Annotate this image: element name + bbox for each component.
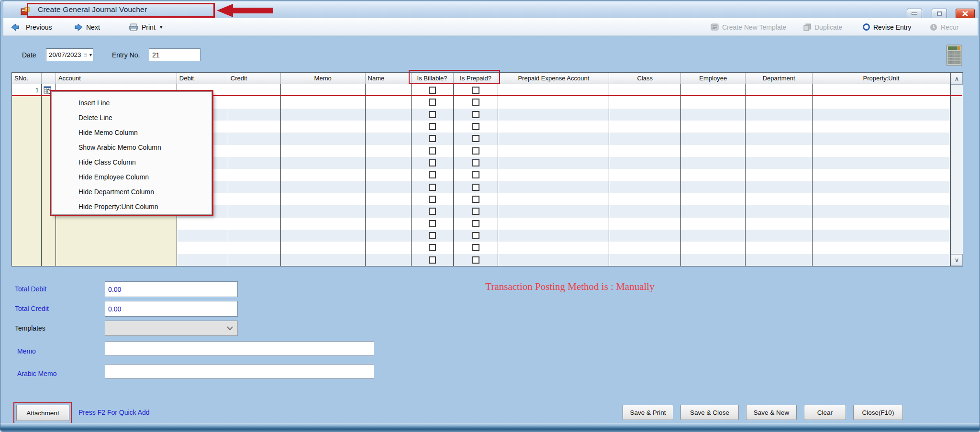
grid-cell[interactable] [12,242,42,254]
is-prepaid-checkbox[interactable] [472,208,479,215]
grid-cell[interactable] [746,230,813,242]
grid-cell[interactable] [366,181,412,193]
grid-cell[interactable] [228,230,281,242]
grid-cell[interactable] [746,121,813,133]
grid-cell[interactable] [12,181,42,193]
grid-cell[interactable] [746,145,813,157]
grid-cell[interactable] [746,133,813,144]
grid-cell[interactable] [12,157,42,169]
grid-cell[interactable] [454,218,499,230]
grid-cell[interactable] [12,218,42,230]
is-billable-checkbox[interactable] [429,123,436,130]
grid-cell[interactable] [746,169,813,181]
attachment-button[interactable]: Attachment [16,405,69,421]
column-header-prepaid-expense-account[interactable]: Prepaid Expense Account [498,73,609,84]
is-prepaid-checkbox[interactable] [472,256,479,264]
grid-cell[interactable] [454,157,499,169]
grid-cell[interactable] [813,84,950,96]
grid-cell[interactable] [42,218,56,230]
grid-cell[interactable] [412,145,454,157]
is-billable-checkbox[interactable] [429,256,436,264]
grid-cell[interactable] [813,96,950,108]
is-billable-checkbox[interactable] [429,135,436,142]
column-header-name[interactable]: Name [366,73,412,84]
grid-row[interactable] [12,242,950,254]
column-header-account[interactable]: Account [56,73,177,84]
grid-cell[interactable] [454,242,499,254]
grid-cell[interactable] [228,157,281,169]
grid-cell[interactable] [454,121,499,133]
grid-cell[interactable] [609,254,681,266]
templates-dropdown[interactable] [105,321,238,336]
grid-cell[interactable] [366,254,412,266]
context-menu-item-hide-class-column[interactable]: Hide Class Column [52,155,212,169]
duplicate-button[interactable]: Duplicate [803,21,842,33]
grid-cell[interactable] [412,84,454,96]
grid-cell[interactable] [813,145,950,157]
grid-cell[interactable] [281,121,366,133]
entry-no-input[interactable] [149,48,200,61]
grid-cell[interactable] [813,193,950,205]
grid-cell[interactable] [12,254,42,266]
grid-cell[interactable] [42,230,56,242]
grid-cell[interactable] [609,230,681,242]
grid-cell[interactable] [454,169,499,181]
is-billable-checkbox[interactable] [429,99,436,106]
grid-cell[interactable] [498,193,609,205]
grid-cell[interactable] [281,242,366,254]
is-prepaid-checkbox[interactable] [472,147,479,155]
grid-cell[interactable] [12,133,42,144]
grid-cell[interactable] [609,181,681,193]
grid-row[interactable] [12,218,950,230]
grid-cell[interactable] [498,84,609,96]
grid-cell[interactable] [228,242,281,254]
grid-cell[interactable] [56,230,177,242]
grid-cell[interactable] [681,218,746,230]
context-menu-item-hide-employee-column[interactable]: Hide Employee Column [52,169,212,184]
grid-cell[interactable] [56,242,177,254]
grid-cell[interactable] [281,96,366,108]
grid-cell[interactable] [813,230,950,242]
grid-cell[interactable] [681,169,746,181]
grid-cell[interactable] [498,121,609,133]
is-prepaid-checkbox[interactable] [472,232,479,239]
grid-cell[interactable] [228,109,281,121]
is-prepaid-checkbox[interactable] [472,123,479,130]
grid-cell[interactable] [813,181,950,193]
grid-cell[interactable] [498,133,609,144]
is-billable-checkbox[interactable] [429,87,436,94]
grid-cell[interactable] [681,242,746,254]
grid-cell[interactable] [746,242,813,254]
grid-cell[interactable] [12,205,42,217]
grid-cell[interactable] [177,254,228,266]
grid-cell[interactable] [228,218,281,230]
grid-cell[interactable] [498,109,609,121]
grid-cell[interactable] [681,157,746,169]
grid-cell[interactable] [366,121,412,133]
grid-cell[interactable] [366,109,412,121]
grid-cell[interactable] [281,218,366,230]
grid-cell[interactable] [813,133,950,144]
grid-cell[interactable] [228,205,281,217]
is-billable-checkbox[interactable] [429,184,436,191]
is-billable-checkbox[interactable] [429,208,436,215]
grid-cell[interactable] [412,254,454,266]
grid-cell[interactable] [366,96,412,108]
memo-input[interactable] [105,341,374,356]
column-header-debit[interactable]: Debit [177,73,228,84]
is-billable-checkbox[interactable] [429,244,436,251]
grid-cell[interactable] [228,84,281,96]
grid-cell[interactable] [412,218,454,230]
is-billable-checkbox[interactable] [429,147,436,155]
is-prepaid-checkbox[interactable] [472,220,479,227]
grid-cell[interactable] [412,157,454,169]
grid-cell[interactable] [813,121,950,133]
grid-cell[interactable] [412,109,454,121]
grid-cell[interactable] [498,230,609,242]
arabic-memo-input[interactable] [105,364,374,379]
grid-cell[interactable] [609,96,681,108]
grid-cell[interactable] [681,205,746,217]
grid-cell[interactable] [12,193,42,205]
grid-cell[interactable] [813,242,950,254]
date-dropdown-caret[interactable]: ▼ [89,53,93,57]
